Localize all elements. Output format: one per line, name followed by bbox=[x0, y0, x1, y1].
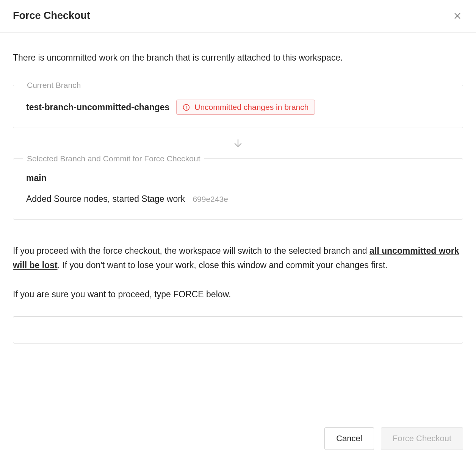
arrow-divider bbox=[13, 128, 463, 158]
confirm-instruction: If you are sure you want to proceed, typ… bbox=[13, 288, 463, 301]
selected-branch-name: main bbox=[26, 173, 450, 183]
force-checkout-button[interactable]: Force Checkout bbox=[381, 427, 463, 450]
commit-message: Added Source nodes, started Stage work bbox=[26, 194, 185, 204]
intro-text: There is uncommitted work on the branch … bbox=[13, 52, 463, 64]
commit-hash: 699e243e bbox=[193, 195, 228, 204]
warning-badge-text: Uncommitted changes in branch bbox=[194, 103, 308, 112]
close-button[interactable] bbox=[452, 10, 463, 22]
close-icon bbox=[453, 12, 462, 20]
selected-branch-fieldset: Selected Branch and Commit for Force Che… bbox=[13, 158, 463, 220]
current-branch-fieldset: Current Branch test-branch-uncommitted-c… bbox=[13, 85, 463, 128]
force-confirm-input[interactable] bbox=[13, 316, 463, 343]
dialog-header: Force Checkout bbox=[0, 0, 476, 33]
warning-circle-icon bbox=[183, 104, 190, 111]
uncommitted-warning-badge: Uncommitted changes in branch bbox=[176, 100, 315, 115]
selected-branch-legend: Selected Branch and Commit for Force Che… bbox=[23, 154, 204, 163]
dialog-footer: Cancel Force Checkout bbox=[0, 418, 476, 459]
current-branch-legend: Current Branch bbox=[23, 81, 85, 90]
dialog-title: Force Checkout bbox=[13, 10, 90, 22]
current-branch-row: test-branch-uncommitted-changes Uncommit… bbox=[26, 100, 450, 115]
commit-row: Added Source nodes, started Stage work 6… bbox=[26, 194, 450, 204]
warning-part2: . If you don't want to lose your work, c… bbox=[58, 260, 388, 270]
arrow-down-icon bbox=[233, 138, 243, 148]
warning-paragraph: If you proceed with the force checkout, … bbox=[13, 244, 463, 273]
svg-point-4 bbox=[186, 109, 186, 109]
dialog-body: There is uncommitted work on the branch … bbox=[0, 33, 476, 418]
current-branch-name: test-branch-uncommitted-changes bbox=[26, 102, 169, 112]
warning-part1: If you proceed with the force checkout, … bbox=[13, 246, 370, 256]
cancel-button[interactable]: Cancel bbox=[324, 427, 374, 450]
